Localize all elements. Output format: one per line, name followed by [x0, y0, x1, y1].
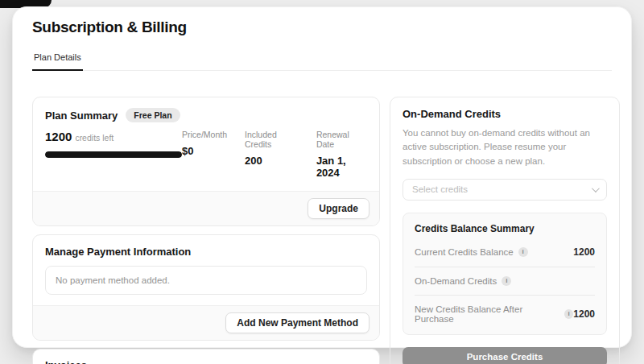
- summary-row-label: Current Credits Balance i: [415, 247, 528, 257]
- stat-renewal-date: Renewal Date Jan 1, 2024: [316, 130, 365, 179]
- add-payment-method-button[interactable]: Add New Payment Method: [225, 312, 369, 333]
- summary-row-label: New Credits Balance After Purchase i: [415, 304, 573, 324]
- payment-title: Manage Payment Information: [45, 246, 191, 258]
- plan-summary-body: 1200credits left Price/Month $0 Included…: [33, 122, 379, 191]
- summary-row-on-demand: On-Demand Credits i: [415, 267, 595, 295]
- invoices-body: Invoices You can refer to all your past …: [33, 350, 379, 364]
- right-column: On-Demand Credits You cannot buy on-dema…: [390, 97, 620, 364]
- summary-row-label-text: Current Credits Balance: [415, 247, 514, 257]
- stat-label: Included Credits: [245, 130, 299, 149]
- stat-label: Renewal Date: [316, 130, 365, 149]
- payment-footer: Add New Payment Method: [33, 305, 379, 340]
- credits-left-block: 1200credits left: [45, 130, 182, 158]
- summary-row-label: On-Demand Credits i: [415, 276, 511, 286]
- credits-left-line: 1200credits left: [45, 130, 182, 144]
- on-demand-credits-description: You cannot buy on-demand credits without…: [402, 126, 607, 168]
- stat-value: Jan 1, 2024: [316, 155, 365, 179]
- tab-plan-details[interactable]: Plan Details: [32, 52, 83, 71]
- plan-summary-header: Plan Summary Free Plan: [33, 97, 379, 122]
- stat-included-credits: Included Credits 200: [245, 130, 299, 179]
- summary-row-current-balance: Current Credits Balance i 1200: [415, 238, 595, 267]
- credits-left-label: credits left: [75, 133, 114, 143]
- select-credits-placeholder: Select credits: [412, 184, 468, 194]
- credits-progress-track: [45, 151, 182, 158]
- subscription-billing-panel: Subscription & Billing Plan Details Plan…: [12, 6, 632, 348]
- page-title: Subscription & Billing: [32, 19, 612, 36]
- info-icon[interactable]: i: [518, 247, 528, 257]
- stat-price-month: Price/Month $0: [182, 130, 227, 179]
- invoices-card: Invoices You can refer to all your past …: [32, 349, 380, 364]
- on-demand-credits-title: On-Demand Credits: [402, 108, 607, 120]
- content-columns: Plan Summary Free Plan 1200credits left: [32, 97, 612, 364]
- credits-balance-summary-title: Credits Balance Summary: [415, 223, 595, 238]
- stat-value: 200: [245, 155, 299, 167]
- purchase-credits-button[interactable]: Purchase Credits: [402, 347, 607, 364]
- payment-header: Manage Payment Information: [33, 235, 379, 258]
- summary-row-label-text: New Credits Balance After Purchase: [415, 304, 559, 324]
- payment-card: Manage Payment Information No payment me…: [32, 234, 380, 341]
- on-demand-credits-card: On-Demand Credits You cannot buy on-dema…: [390, 97, 620, 364]
- stat-value: $0: [182, 145, 227, 157]
- credits-left-value: 1200: [45, 130, 72, 143]
- credits-progress-fill: [45, 151, 182, 158]
- summary-row-value: 1200: [573, 246, 595, 258]
- select-credits-dropdown[interactable]: Select credits: [402, 179, 607, 201]
- chevron-down-icon: [592, 184, 600, 192]
- upgrade-button[interactable]: Upgrade: [308, 198, 369, 219]
- left-column: Plan Summary Free Plan 1200credits left: [32, 97, 380, 364]
- plan-summary-footer: Upgrade: [33, 191, 379, 225]
- credits-balance-summary-box: Credits Balance Summary Current Credits …: [402, 213, 607, 335]
- info-icon[interactable]: i: [564, 309, 574, 319]
- invoices-title: Invoices: [45, 359, 367, 364]
- summary-row-value: 1200: [573, 308, 595, 320]
- summary-row-new-balance: New Credits Balance After Purchase i 120…: [415, 295, 595, 333]
- info-icon[interactable]: i: [502, 276, 511, 286]
- free-plan-badge: Free Plan: [126, 108, 180, 122]
- plan-summary-card: Plan Summary Free Plan 1200credits left: [32, 97, 380, 226]
- no-payment-method-message: No payment method added.: [45, 266, 367, 295]
- stat-label: Price/Month: [182, 130, 227, 139]
- plan-summary-title: Plan Summary: [45, 110, 118, 122]
- summary-row-label-text: On-Demand Credits: [415, 276, 497, 286]
- plan-stats: Price/Month $0 Included Credits 200 Rene…: [182, 130, 367, 179]
- tab-bar: Plan Details: [32, 49, 612, 71]
